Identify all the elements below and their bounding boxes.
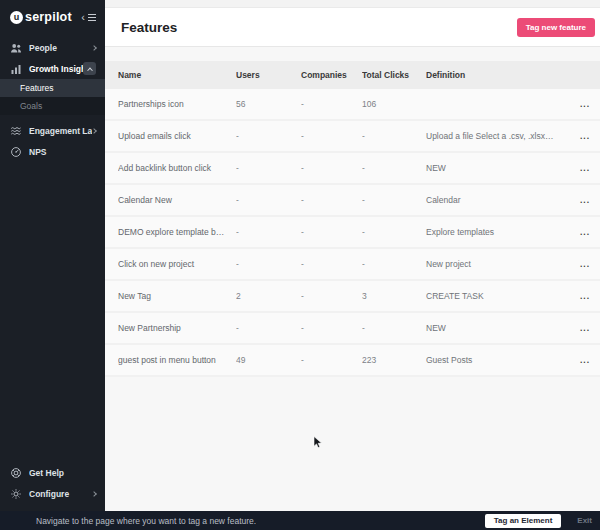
companies-value: -: [301, 99, 362, 109]
sidebar-item-label: NPS: [29, 147, 96, 157]
sidebar-item-people[interactable]: People: [0, 37, 105, 58]
users-value: -: [236, 131, 301, 141]
companies-value: -: [301, 227, 362, 237]
users-value: 2: [236, 291, 301, 301]
row-actions-button[interactable]: ...: [562, 131, 596, 141]
column-header-users[interactable]: Users: [236, 70, 301, 80]
column-header-total-clicks[interactable]: Total Clicks: [362, 70, 426, 80]
toolbar-message: Navigate to the page where you want to t…: [36, 516, 485, 526]
table-row: Add backlink button click - - - NEW ...: [105, 153, 600, 185]
column-header-definition[interactable]: Definition: [426, 70, 562, 80]
row-actions-button[interactable]: ...: [562, 291, 596, 301]
table-row: DEMO explore template button - - - Explo…: [105, 217, 600, 249]
table-header: Name Users Companies Total Clicks Defini…: [105, 61, 600, 89]
companies-value: -: [301, 291, 362, 301]
column-header-companies[interactable]: Companies: [301, 70, 362, 80]
users-value: 49: [236, 355, 301, 365]
feature-name-link[interactable]: Click on new project: [118, 259, 236, 269]
help-icon: [9, 467, 22, 479]
definition-value: Calendar: [426, 195, 562, 205]
feature-name-link[interactable]: Partnerships icon: [118, 99, 236, 109]
total-clicks-value: -: [362, 163, 426, 173]
hamburger-icon: [88, 12, 96, 23]
total-clicks-value: -: [362, 323, 426, 333]
chevron-right-icon: [91, 128, 97, 134]
users-value: -: [236, 323, 301, 333]
column-header-name[interactable]: Name: [118, 70, 236, 80]
definition-value: CREATE TASK: [426, 291, 562, 301]
chevron-right-icon: [91, 45, 97, 51]
definition-value: NEW: [426, 163, 562, 173]
companies-value: -: [301, 163, 362, 173]
sidebar-item-configure[interactable]: Configure: [0, 483, 105, 504]
feature-name-link[interactable]: DEMO explore template button: [118, 227, 236, 237]
tagging-toolbar: Navigate to the page where you want to t…: [0, 511, 600, 530]
tag-new-feature-button[interactable]: Tag new feature: [517, 18, 595, 37]
row-actions-button[interactable]: ...: [562, 259, 596, 269]
feature-name-link[interactable]: Upload emails click: [118, 131, 236, 141]
total-clicks-value: 3: [362, 291, 426, 301]
sidebar-item-engagement-layer[interactable]: Engagement Layer: [0, 120, 105, 141]
table-row: New Partnership - - - NEW ...: [105, 313, 600, 345]
companies-value: -: [301, 259, 362, 269]
total-clicks-value: 106: [362, 99, 426, 109]
feature-name-link[interactable]: Calendar New: [118, 195, 236, 205]
feature-name-link[interactable]: New Tag: [118, 291, 236, 301]
users-value: -: [236, 259, 301, 269]
feature-name-link[interactable]: guest post in menu button: [118, 355, 236, 365]
top-strip: [105, 0, 600, 8]
sidebar-item-label: Growth Insights: [29, 64, 83, 74]
bar-chart-icon: [9, 63, 22, 75]
gauge-icon: [9, 146, 22, 158]
page-title: Features: [121, 20, 177, 35]
collapse-sidebar-icon[interactable]: ‹: [81, 11, 96, 23]
tag-an-element-button[interactable]: Tag an Element: [485, 514, 562, 528]
users-value: -: [236, 227, 301, 237]
sidebar-menu: People Growth Insights Features Goals: [0, 37, 105, 162]
feature-name-link[interactable]: New Partnership: [118, 323, 236, 333]
users-value: -: [236, 195, 301, 205]
sidebar-item-label: Engagement Layer: [29, 126, 92, 136]
sidebar-item-features[interactable]: Features: [0, 79, 105, 97]
row-actions-button[interactable]: ...: [562, 163, 596, 173]
feature-name-link[interactable]: Add backlink button click: [118, 163, 236, 173]
exit-button[interactable]: Exit: [577, 516, 592, 525]
chevron-right-icon: [91, 491, 97, 497]
row-actions-button[interactable]: ...: [562, 355, 596, 365]
table-row: Upload emails click - - - Upload a file …: [105, 121, 600, 153]
sidebar-item-nps[interactable]: NPS: [0, 141, 105, 162]
definition-value: New project: [426, 259, 562, 269]
page-header: Features Tag new feature: [105, 8, 600, 47]
total-clicks-value: -: [362, 227, 426, 237]
total-clicks-value: 223: [362, 355, 426, 365]
row-actions-button[interactable]: ...: [562, 99, 596, 109]
total-clicks-value: -: [362, 131, 426, 141]
row-actions-button[interactable]: ...: [562, 195, 596, 205]
logo-u-icon: u: [10, 11, 23, 24]
definition-value: Upload a file Select a .csv, .xlsx or .t…: [426, 131, 562, 141]
table-row: Partnerships icon 56 - 106 ...: [105, 89, 600, 121]
sidebar-item-growth-insights[interactable]: Growth Insights: [0, 58, 105, 79]
chevron-up-icon: [87, 67, 93, 73]
companies-value: -: [301, 355, 362, 365]
sidebar-item-get-help[interactable]: Get Help: [0, 462, 105, 483]
users-value: -: [236, 163, 301, 173]
sidebar-item-label: Goals: [20, 101, 42, 111]
row-actions-button[interactable]: ...: [562, 227, 596, 237]
sidebar-item-goals[interactable]: Goals: [0, 97, 105, 115]
table-row: New Tag 2 - 3 CREATE TASK ...: [105, 281, 600, 313]
table-row: Click on new project - - - New project .…: [105, 249, 600, 281]
gear-icon: [9, 488, 22, 500]
row-actions-button[interactable]: ...: [562, 323, 596, 333]
table-row: Calendar New - - - Calendar ...: [105, 185, 600, 217]
growth-insights-submenu: Features Goals: [0, 79, 105, 115]
sidebar-item-label: People: [29, 43, 92, 53]
collapse-section-button[interactable]: [83, 62, 96, 75]
sidebar: userpilot ‹ People Growth Insights: [0, 0, 105, 511]
companies-value: -: [301, 195, 362, 205]
people-icon: [9, 42, 22, 54]
definition-value: Explore templates: [426, 227, 562, 237]
definition-value: Guest Posts: [426, 355, 562, 365]
total-clicks-value: -: [362, 259, 426, 269]
definition-value: NEW: [426, 323, 562, 333]
